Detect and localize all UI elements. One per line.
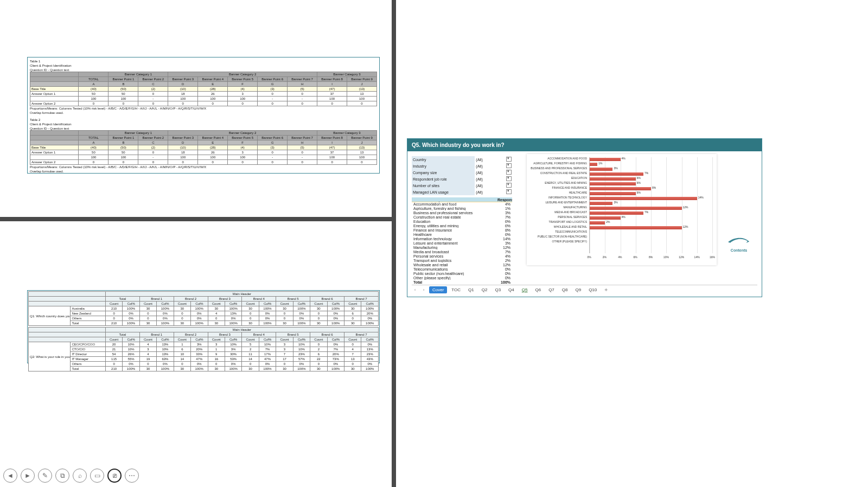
cell: 100: [168, 155, 198, 160]
cell: -: [288, 97, 317, 101]
response-value: 0%: [496, 275, 512, 280]
cell: 30: [276, 367, 293, 371]
cell: 0: [139, 311, 156, 316]
tab-prev[interactable]: ‹: [412, 287, 418, 293]
cell: 3: [208, 342, 225, 347]
chart-bar: WHOLESALE AND RETAIL12%: [590, 226, 712, 230]
cell: 100: [317, 155, 347, 160]
zoom-button[interactable]: ⌕: [73, 469, 87, 483]
tab-next[interactable]: ›: [420, 287, 427, 293]
cell: 14: [174, 357, 190, 362]
cell: 0: [138, 92, 168, 97]
layers-button[interactable]: ⧉: [55, 469, 69, 483]
chart-bar: EDUCATION6%: [590, 177, 712, 181]
cell: 50: [108, 92, 138, 97]
cell: 0: [288, 101, 317, 106]
table-footer: Overlap formulae used.: [30, 111, 377, 115]
filter-name: Country: [412, 156, 475, 163]
sheet-tab-cover[interactable]: Cover: [429, 286, 447, 293]
cell: (10): [168, 145, 198, 150]
cell: (3): [258, 145, 288, 150]
cell: (28): [198, 87, 228, 92]
cell: 73%: [327, 357, 344, 362]
cell: 0%: [157, 362, 174, 367]
cell: 3: [228, 150, 258, 155]
cell: 0%: [225, 362, 241, 367]
cell: 30: [139, 306, 156, 311]
cell: 30: [276, 306, 293, 311]
brand-table: Main HeaderTotalBrand 1Brand 2Brand 3Bra…: [28, 291, 379, 326]
cell: 0%: [191, 362, 208, 367]
sheet-tab-q4[interactable]: Q4: [505, 286, 518, 293]
pencil-button[interactable]: ✎: [38, 469, 52, 483]
cell: 0: [174, 311, 190, 316]
dropdown-icon[interactable]: [506, 189, 512, 194]
table-number: Table 1: [30, 59, 377, 63]
response-value: 1%: [496, 206, 512, 210]
response-value: 6%: [496, 219, 512, 223]
cell: 30: [208, 306, 225, 311]
cell: 30: [344, 321, 361, 326]
filter-value: (All): [475, 182, 505, 189]
forward-button[interactable]: ►: [21, 469, 35, 483]
sheet-tab-q7[interactable]: Q7: [545, 286, 558, 293]
video-button[interactable]: ⎚: [107, 469, 122, 483]
cell: 0: [105, 362, 122, 367]
cell: 30: [174, 306, 190, 311]
response-label: Leisure and entertainment: [412, 241, 496, 245]
response-label: Education: [412, 219, 496, 223]
response-label: Manufacturing: [412, 245, 496, 249]
table-question: Question ID - Question text: [30, 67, 377, 72]
cell: 0: [276, 311, 293, 316]
cell: 0: [168, 160, 198, 165]
sheet-tab-q10[interactable]: Q10: [585, 286, 600, 293]
sheet-tab-q3[interactable]: Q3: [492, 286, 504, 293]
more-button[interactable]: ⋯: [125, 469, 139, 483]
cell: 30: [139, 367, 156, 371]
sheet-tab-q6[interactable]: Q6: [532, 286, 544, 293]
cell: 20%: [191, 347, 208, 352]
dropdown-icon[interactable]: [506, 163, 512, 168]
cell: 0%: [361, 362, 379, 367]
cell: 26: [198, 150, 228, 155]
row-label: [30, 97, 79, 101]
crosstab-template-panel: Table 1Client & Project IdentificationQu…: [27, 57, 380, 174]
dropdown-icon[interactable]: [506, 176, 512, 181]
dropdown-icon[interactable]: [506, 183, 512, 188]
cell: 7: [344, 352, 361, 357]
filter-value: (All): [475, 176, 505, 182]
response-value: 0%: [496, 271, 512, 275]
sheet-tab-q2[interactable]: Q2: [478, 286, 491, 293]
cell: 100: [198, 155, 228, 160]
cell: 13: [347, 150, 377, 155]
cell: 100%: [123, 306, 139, 311]
sheet-tab-q5[interactable]: Q5: [519, 286, 531, 293]
cell: (40): [79, 87, 108, 92]
screen-button[interactable]: ▭: [90, 469, 104, 483]
dropdown-icon[interactable]: [506, 157, 512, 162]
back-button[interactable]: ◄: [3, 469, 17, 483]
responses-block: ResponsesAccommodation and food4%Agricul…: [412, 197, 512, 284]
chart-bar: ACCOMMODATION AND FOOD4%: [590, 157, 712, 162]
cell: 63%: [157, 357, 174, 362]
cell: 30: [174, 367, 190, 371]
cell: 0: [310, 342, 327, 347]
cell: 13%: [157, 352, 174, 357]
sheet-tab-toc[interactable]: TOC: [448, 286, 464, 293]
contents-link[interactable]: Contents: [723, 235, 755, 252]
cell: 0: [168, 101, 198, 106]
chart-bar: INFORMATION TECHNOLOGY14%: [590, 196, 712, 201]
chart-bar: PUBLIC SECTOR (NON-HEALTHCARE): [590, 235, 712, 240]
tab-add[interactable]: +: [602, 287, 610, 293]
cell: 0: [105, 311, 122, 316]
cell: 0: [208, 362, 225, 367]
sheet-tab-q1[interactable]: Q1: [465, 286, 477, 293]
cell: 30: [208, 367, 225, 371]
dropdown-icon[interactable]: [506, 170, 512, 175]
cell: 100%: [361, 367, 379, 371]
cell: 100%: [259, 367, 276, 371]
cell: 30%: [225, 352, 241, 357]
sheet-tab-q9[interactable]: Q9: [572, 286, 584, 293]
chart-bar: BUSINESS AND PROFESSIONAL SERVICES3%: [590, 167, 712, 171]
sheet-tab-q8[interactable]: Q8: [559, 286, 571, 293]
